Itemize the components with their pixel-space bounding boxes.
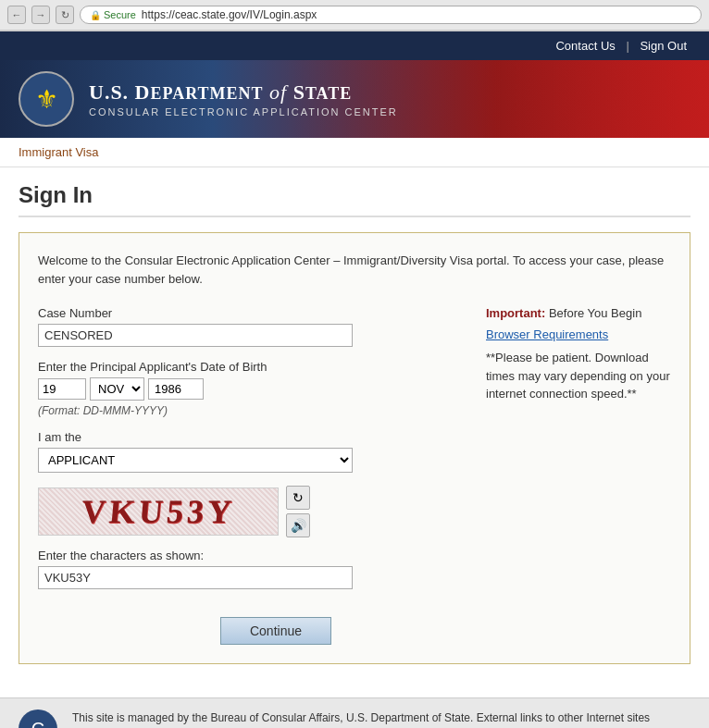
continue-button[interactable]: Continue <box>220 617 331 645</box>
dob-group: Enter the Principal Applicant's Date of … <box>38 360 458 417</box>
form-right: Important: Before You Begin Browser Requ… <box>486 306 671 645</box>
seal: ⚜ <box>19 71 74 127</box>
sign-out-link[interactable]: Sign Out <box>632 37 694 55</box>
contact-us-link[interactable]: Contact Us <box>548 37 622 55</box>
captcha-input-group: Enter the characters as shown: <box>38 549 458 589</box>
dob-label: Enter the Principal Applicant's Date of … <box>38 360 458 374</box>
case-number-label: Case Number <box>38 306 458 320</box>
audio-captcha-button[interactable]: 🔊 <box>286 513 310 537</box>
dob-row: NOV JANFEBMARAPR MAYJUNJULAUG SEPOCTDEC <box>38 377 458 401</box>
top-bar: Contact Us | Sign Out <box>0 31 709 60</box>
button-row: Continue <box>38 602 458 645</box>
address-bar: Secure https://ceac.state.gov/IV/Login.a… <box>80 6 702 24</box>
secure-badge: Secure <box>90 9 136 20</box>
captcha-image: VKU53Y <box>38 487 279 536</box>
dob-month-select[interactable]: NOV JANFEBMARAPR MAYJUNJULAUG SEPOCTDEC <box>90 377 144 401</box>
breadcrumb: Immigrant Visa <box>0 138 709 167</box>
form-box: Welcome to the Consular Electronic Appli… <box>19 232 690 664</box>
footer-seal-icon: C <box>31 719 44 729</box>
secure-label: Secure <box>104 9 136 20</box>
role-select[interactable]: APPLICANT ATTORNEY/REPRESENTATIVE PETITI… <box>38 448 353 473</box>
immigrant-visa-breadcrumb[interactable]: Immigrant Visa <box>19 145 98 159</box>
form-left: Case Number Enter the Principal Applican… <box>38 306 458 645</box>
before-begin-text: Before You Begin <box>545 306 641 320</box>
page-wrapper: Contact Us | Sign Out ⚜ U.S. Department … <box>0 31 709 728</box>
browser-chrome: ← → ↻ Secure https://ceac.state.gov/IV/L… <box>0 0 709 31</box>
top-bar-divider: | <box>623 39 633 53</box>
browser-requirements-link[interactable]: Browser Requirements <box>486 327 671 341</box>
main-content: Sign In Welcome to the Consular Electron… <box>0 167 709 697</box>
forward-button[interactable]: → <box>31 6 50 24</box>
role-group: I am the APPLICANT ATTORNEY/REPRESENTATI… <box>38 430 458 473</box>
important-keyword: Important: <box>486 306 545 320</box>
footer-seal: C <box>19 709 57 728</box>
welcome-text: Welcome to the Consular Electronic Appli… <box>38 252 671 288</box>
refresh-button[interactable]: ↻ <box>56 6 74 24</box>
dob-year-input[interactable] <box>148 378 204 400</box>
footer-main-text: This site is managed by the Bureau of Co… <box>72 711 650 728</box>
captcha-icons: ↻ 🔊 <box>286 486 310 537</box>
org-name: U.S. Department of State <box>89 80 398 105</box>
case-number-input[interactable] <box>38 324 353 347</box>
captcha-input-label: Enter the characters as shown: <box>38 549 458 562</box>
captcha-container: VKU53Y ↻ 🔊 <box>38 486 458 537</box>
seal-icon: ⚜ <box>35 84 58 115</box>
header-text: U.S. Department of State CONSULAR ELECTR… <box>89 80 398 117</box>
footer-text: This site is managed by the Bureau of Co… <box>72 709 656 728</box>
form-layout: Case Number Enter the Principal Applican… <box>38 306 671 645</box>
url-text: https://ceac.state.gov/IV/Login.aspx <box>142 8 317 21</box>
dob-hint: (Format: DD-MMM-YYYY) <box>38 404 458 417</box>
important-box: Important: Before You Begin Browser Requ… <box>486 306 671 403</box>
site-header: ⚜ U.S. Department of State CONSULAR ELEC… <box>0 60 709 138</box>
role-label: I am the <box>38 430 458 444</box>
case-number-group: Case Number <box>38 306 458 347</box>
captcha-input[interactable] <box>38 566 353 589</box>
patience-text: **Please be patient. Download times may … <box>486 349 671 403</box>
back-button[interactable]: ← <box>7 6 26 24</box>
org-subtitle: CONSULAR ELECTRONIC APPLICATION CENTER <box>89 106 398 117</box>
refresh-captcha-button[interactable]: ↻ <box>286 486 310 510</box>
dob-day-input[interactable] <box>38 378 86 400</box>
important-title: Important: Before You Begin <box>486 306 671 320</box>
captcha-text: VKU53Y <box>80 492 237 531</box>
page-title: Sign In <box>19 182 690 217</box>
browser-nav: ← → ↻ Secure https://ceac.state.gov/IV/L… <box>0 0 709 31</box>
footer: C This site is managed by the Bureau of … <box>0 697 709 728</box>
